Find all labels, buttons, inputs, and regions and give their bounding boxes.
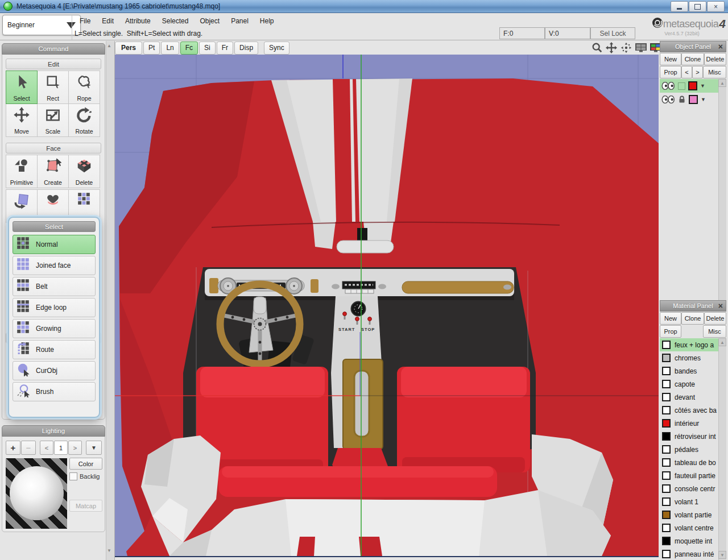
object-misc-button[interactable]: Misc (703, 66, 726, 78)
material-color-swatch[interactable] (662, 537, 671, 545)
material-color-swatch[interactable] (662, 471, 671, 480)
object-scrollbar[interactable] (718, 79, 726, 300)
select-mode-route[interactable]: Route (13, 340, 96, 359)
view-tab-ln[interactable]: Ln (161, 42, 179, 55)
command-scroll-strip[interactable] (106, 41, 115, 560)
material-color-swatch[interactable] (662, 511, 671, 519)
object-new-button[interactable]: New (660, 53, 681, 65)
menu-help[interactable]: Help (254, 17, 280, 25)
view-tab-pt[interactable]: Pt (143, 42, 160, 55)
object-row[interactable]: ▼ (660, 93, 718, 106)
material-clone-button[interactable]: Clone (681, 312, 704, 325)
material-color-swatch[interactable] (662, 550, 671, 558)
object-delete-button[interactable]: Delete (704, 53, 726, 65)
scroll-up-icon[interactable]: ▲ (718, 338, 726, 346)
material-row[interactable]: console centr (660, 482, 718, 495)
close-icon[interactable]: × (718, 42, 723, 51)
light-index-field[interactable]: 1 (54, 441, 68, 455)
material-row[interactable]: pédales (660, 443, 718, 456)
face-button-create[interactable]: Create (37, 155, 69, 188)
object-color-swatch[interactable] (689, 95, 698, 104)
select-mode-belt[interactable]: Belt (13, 277, 96, 296)
material-color-swatch[interactable] (662, 406, 671, 414)
backlight-checkbox[interactable] (69, 472, 77, 480)
material-row[interactable]: feux + logo a (660, 338, 718, 351)
visibility-eyes-icon[interactable] (661, 82, 675, 90)
light-color-button[interactable]: Color (69, 458, 102, 470)
zoom-icon[interactable] (592, 42, 603, 53)
select-mode-normal[interactable]: Normal (13, 235, 96, 254)
material-row[interactable]: volant 1 (660, 495, 718, 508)
scroll-up-icon[interactable]: ▲ (107, 43, 111, 48)
material-row[interactable]: tableau de bo (660, 456, 718, 469)
material-scrollbar[interactable] (718, 338, 726, 560)
material-row[interactable]: côtés avec ba (660, 404, 718, 417)
view-tab-sync[interactable]: Sync (264, 42, 289, 55)
object-clone-button[interactable]: Clone (681, 53, 704, 65)
chevron-down-icon[interactable]: ▼ (700, 83, 705, 89)
scroll-up-icon[interactable]: ▲ (718, 79, 726, 87)
material-row[interactable]: panneau inté (660, 547, 718, 560)
menu-panel[interactable]: Panel (225, 17, 254, 25)
prev-light-button[interactable]: < (40, 441, 53, 455)
remove-light-button[interactable]: − (21, 441, 36, 455)
object-prev-button[interactable]: < (681, 66, 692, 78)
close-icon[interactable]: × (718, 301, 723, 310)
lock-icon[interactable] (678, 96, 686, 103)
view-tab-fc[interactable]: Fc (180, 42, 198, 55)
material-color-swatch[interactable] (662, 524, 671, 532)
material-prop-button[interactable]: Prop (660, 325, 681, 338)
material-color-swatch[interactable] (662, 380, 671, 388)
view-tab-pers[interactable]: Pers (115, 42, 142, 55)
orbit-icon[interactable] (620, 42, 632, 54)
material-color-swatch[interactable] (662, 419, 671, 428)
add-light-button[interactable]: + (6, 441, 20, 455)
material-color-swatch[interactable] (662, 341, 671, 349)
material-delete-button[interactable]: Delete (704, 312, 726, 325)
material-row[interactable]: intérieur (660, 417, 718, 430)
close-button[interactable]: × (707, 1, 725, 12)
select-mode-curobj[interactable]: CurObj (13, 361, 96, 380)
matcap-button[interactable]: Matcap (69, 500, 102, 512)
material-color-swatch[interactable] (662, 445, 671, 454)
menu-file[interactable]: File (74, 17, 96, 25)
edit-button-select[interactable]: Select (6, 70, 38, 104)
maximize-button[interactable] (689, 1, 706, 12)
object-prop-button[interactable]: Prop (660, 66, 681, 78)
material-row[interactable]: capote (660, 378, 718, 391)
edit-button-rope[interactable]: Rope (68, 70, 100, 104)
material-color-swatch[interactable] (662, 354, 671, 362)
material-color-swatch[interactable] (662, 432, 671, 441)
menu-edit[interactable]: Edit (96, 17, 119, 25)
light-preview[interactable] (6, 458, 67, 529)
object-checkbox[interactable] (678, 82, 685, 90)
scroll-down-icon[interactable]: ▼ (718, 551, 726, 559)
backlight-option[interactable]: Backlig (69, 472, 100, 480)
single-view-icon[interactable] (635, 43, 647, 53)
object-row[interactable]: ▼ (660, 79, 718, 93)
material-row[interactable]: chromes (660, 351, 718, 364)
select-mode-brush[interactable]: Brush (13, 382, 96, 401)
next-light-button[interactable]: > (68, 441, 82, 455)
material-color-swatch[interactable] (662, 393, 671, 401)
edit-button-rect[interactable]: Rect (37, 70, 69, 104)
light-dropdown-button[interactable]: ▼ (86, 441, 102, 455)
material-new-button[interactable]: New (660, 312, 681, 325)
title-bar[interactable]: Metasequoia 4 [E:\Private\mustang 1965 c… (0, 0, 728, 13)
edit-button-move[interactable]: Move (6, 103, 38, 137)
select-mode-joined-face[interactable]: Joined face (13, 256, 96, 275)
edit-section-header[interactable]: Edit (6, 59, 101, 69)
select-mode-edge-loop[interactable]: Edge loop (13, 298, 96, 317)
material-row[interactable]: volant centre (660, 521, 718, 534)
edit-button-rotate[interactable]: Rotate (68, 103, 100, 137)
material-row[interactable]: devant (660, 391, 718, 404)
face-button-primitive[interactable]: Primitive (6, 155, 38, 188)
object-next-button[interactable]: > (692, 66, 703, 78)
lighting-panel-header[interactable]: Lighting (2, 425, 105, 437)
material-row[interactable]: moquette int (660, 534, 718, 547)
material-color-swatch[interactable] (662, 458, 671, 467)
material-row[interactable]: volant partie (660, 508, 718, 521)
material-row[interactable]: bandes (660, 364, 718, 378)
object-panel-header[interactable]: Object Panel × (660, 41, 726, 52)
face-button-delete[interactable]: Delete (68, 155, 100, 188)
